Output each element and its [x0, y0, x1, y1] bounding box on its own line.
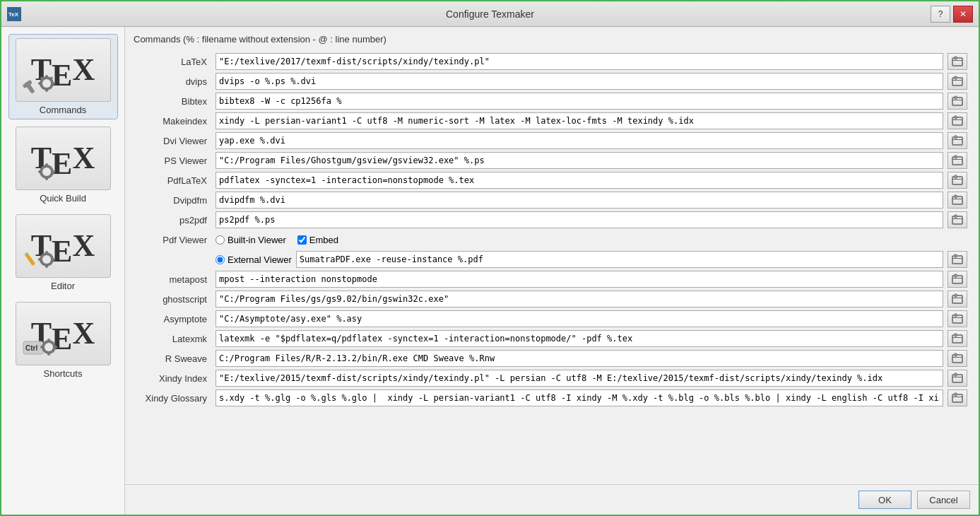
svg-rect-55	[955, 175, 957, 178]
sidebar-item-editor[interactable]: TEX	[8, 211, 118, 295]
file-btn-xindy-index[interactable]	[947, 370, 967, 387]
label-pdf-viewer: Pdf Viewer	[134, 235, 211, 245]
input-dvi-viewer[interactable]	[216, 132, 943, 149]
file-btn-asymptote[interactable]	[947, 310, 967, 327]
label-xindy-glossary: Xindy Glossary	[134, 393, 211, 404]
file-btn-latexmk[interactable]	[947, 330, 967, 347]
svg-rect-47	[952, 137, 962, 145]
file-btn-dvips[interactable]	[947, 73, 967, 90]
input-ghostscript[interactable]	[216, 291, 943, 307]
svg-point-30	[45, 343, 53, 351]
sidebar-item-shortcuts[interactable]: TEX Ctrl Shortcu	[8, 298, 118, 382]
input-makeindex[interactable]	[216, 112, 943, 129]
help-button[interactable]: ?	[931, 6, 950, 23]
input-r-sweave[interactable]	[216, 350, 943, 367]
editor-gear-svg	[22, 248, 57, 271]
pdf-builtin-radio-label[interactable]: Built-in Viewer	[216, 235, 286, 245]
svg-rect-24	[45, 264, 48, 268]
file-btn-metapost[interactable]	[947, 271, 967, 288]
cancel-button[interactable]: Cancel	[917, 491, 970, 509]
svg-rect-72	[952, 315, 962, 323]
input-ps2pdf[interactable]	[216, 211, 943, 228]
quick-build-gear-svg	[22, 160, 57, 183]
sidebar-label-editor: Editor	[51, 281, 75, 291]
svg-rect-64	[952, 258, 962, 259]
pdf-builtin-radio[interactable]	[216, 235, 225, 245]
input-latexmk[interactable]	[216, 330, 943, 347]
commands-form: LaTeX dvips Bibtex	[134, 53, 970, 406]
input-external-viewer[interactable]	[296, 251, 943, 268]
embed-checkbox-label[interactable]: Embed	[297, 235, 338, 245]
svg-rect-16	[38, 170, 42, 173]
svg-rect-85	[952, 397, 962, 397]
svg-rect-70	[952, 298, 962, 298]
file-btn-ps2pdf[interactable]	[947, 211, 967, 228]
pdf-external-label: External Viewer	[228, 254, 292, 265]
svg-rect-76	[952, 337, 962, 338]
svg-rect-42	[952, 100, 962, 100]
svg-rect-6	[45, 75, 48, 78]
input-ps-viewer[interactable]	[216, 152, 943, 169]
svg-rect-7	[45, 88, 48, 92]
shortcuts-ctrl-group: Ctrl	[22, 336, 57, 360]
wrench-gear-group	[22, 72, 57, 97]
right-section: Commands (% : filename without extension…	[125, 27, 979, 515]
file-btn-external-viewer[interactable]	[947, 251, 967, 268]
svg-rect-59	[952, 216, 962, 224]
svg-rect-77	[955, 334, 957, 336]
svg-rect-86	[955, 393, 957, 396]
file-btn-makeindex[interactable]	[947, 112, 967, 129]
svg-rect-80	[955, 353, 957, 356]
file-btn-dvipdfm[interactable]	[947, 192, 967, 209]
bottom-buttons: OK Cancel	[125, 484, 979, 515]
file-btn-r-sweave[interactable]	[947, 350, 967, 367]
input-latex[interactable]	[216, 53, 943, 70]
pdf-viewer-options-row: Built-in Viewer Embed	[216, 235, 943, 245]
input-pdflatex[interactable]	[216, 172, 943, 189]
label-latexmk: Latexmk	[134, 334, 211, 344]
file-btn-dvi-viewer[interactable]	[947, 132, 967, 149]
file-btn-latex[interactable]	[947, 53, 967, 70]
file-btn-ps-viewer[interactable]	[947, 152, 967, 169]
file-btn-ghostscript[interactable]	[947, 291, 967, 307]
label-makeindex: Makeindex	[134, 116, 211, 127]
input-dvipdfm[interactable]	[216, 192, 943, 209]
svg-rect-41	[952, 98, 962, 105]
svg-rect-32	[47, 352, 50, 356]
svg-rect-82	[952, 377, 962, 377]
svg-rect-18	[25, 253, 35, 266]
ok-button[interactable]: OK	[858, 491, 911, 509]
file-btn-bibtex[interactable]	[947, 93, 967, 110]
label-dvips: dvips	[134, 76, 211, 87]
svg-rect-73	[952, 317, 962, 318]
titlebar-controls: ? ✕	[931, 6, 973, 23]
input-dvips[interactable]	[216, 73, 943, 90]
file-btn-xindy-glossary[interactable]	[947, 389, 967, 406]
svg-rect-17	[52, 170, 55, 173]
label-ghostscript: ghostscript	[134, 294, 211, 305]
svg-rect-71	[955, 294, 957, 297]
label-ps-viewer: PS Viewer	[134, 156, 211, 166]
input-metapost[interactable]	[216, 271, 943, 288]
pdf-external-radio[interactable]	[216, 255, 225, 264]
svg-rect-65	[955, 254, 957, 257]
sidebar-item-commands[interactable]: TEX	[8, 34, 118, 119]
close-button[interactable]: ✕	[953, 6, 973, 23]
input-bibtex[interactable]	[216, 93, 943, 110]
svg-rect-43	[955, 96, 957, 99]
svg-rect-54	[952, 179, 962, 180]
app-icon: TeX	[7, 7, 21, 21]
svg-rect-67	[952, 278, 962, 278]
input-xindy-index[interactable]	[216, 370, 943, 387]
svg-rect-51	[952, 159, 962, 160]
embed-checkbox[interactable]	[297, 235, 307, 245]
label-xindy-index: Xindy Index	[134, 373, 211, 384]
label-dvipdfm: Dvipdfm	[134, 195, 211, 206]
sidebar-item-quick-build[interactable]: TEX Quick Build	[8, 123, 118, 207]
input-asymptote[interactable]	[216, 310, 943, 327]
svg-text:Ctrl: Ctrl	[25, 344, 37, 352]
svg-rect-68	[955, 274, 957, 277]
pdf-external-radio-label[interactable]: External Viewer	[216, 254, 292, 265]
file-btn-pdflatex[interactable]	[947, 172, 967, 189]
input-xindy-glossary[interactable]	[216, 389, 943, 406]
